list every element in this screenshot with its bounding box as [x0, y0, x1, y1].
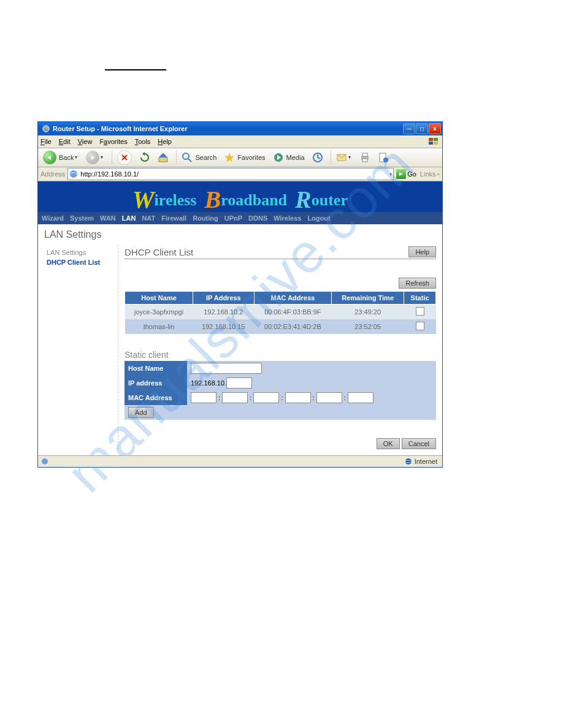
ok-button[interactable]: OK [377, 438, 400, 449]
mail-button[interactable]: ▾ [334, 151, 354, 164]
menu-view[interactable]: View [78, 138, 93, 145]
separator [176, 151, 177, 164]
chevron-down-icon[interactable]: ▾ [389, 172, 392, 177]
help-button[interactable]: Help [408, 246, 436, 257]
svg-rect-11 [362, 153, 367, 156]
go-button[interactable]: Go [396, 169, 416, 179]
history-icon [312, 152, 323, 163]
home-button[interactable] [155, 151, 171, 164]
forward-button[interactable]: ▾ [83, 150, 107, 165]
svg-rect-3 [429, 142, 433, 145]
svg-rect-1 [429, 138, 433, 141]
links-button[interactable]: Links» [420, 170, 440, 178]
nav-logout[interactable]: Logout [307, 214, 330, 222]
print-icon [359, 152, 370, 163]
svg-rect-12 [362, 159, 367, 162]
col-ip: IP Address [193, 292, 254, 305]
chevron-down-icon: ▾ [348, 154, 352, 161]
stop-button[interactable] [115, 149, 134, 166]
search-button[interactable]: Search [179, 151, 219, 164]
nav-firewall[interactable]: Firewall [161, 214, 186, 222]
separator [331, 151, 331, 164]
search-icon [182, 152, 193, 163]
svg-rect-4 [434, 142, 438, 145]
stop-icon [121, 154, 128, 161]
hostname-label: Host Name [124, 361, 187, 376]
menubar: File Edit View Favorites Tools Help [38, 135, 442, 148]
hostname-input[interactable] [191, 363, 262, 374]
section-title: DHCP Client List [124, 247, 193, 257]
cell-time: 23:49:20 [332, 305, 404, 320]
nav-wireless[interactable]: Wireless [274, 214, 301, 222]
back-icon [47, 154, 53, 161]
statusbar: Internet [38, 455, 442, 467]
static-client-title: Static client [124, 350, 436, 360]
nav-ddns[interactable]: DDNS [248, 214, 267, 222]
svg-point-16 [42, 458, 48, 464]
close-button[interactable]: × [429, 123, 441, 134]
cell-mac: 00:06:4F:03:BB:9F [254, 305, 332, 320]
nav-wan[interactable]: WAN [100, 214, 116, 222]
static-checkbox[interactable] [416, 322, 424, 330]
menu-tools[interactable]: Tools [135, 138, 151, 145]
mac-input-6[interactable] [348, 392, 373, 403]
maximize-button[interactable]: □ [416, 123, 428, 134]
refresh-button-panel[interactable]: Refresh [399, 278, 436, 289]
minimize-button[interactable]: ─ [403, 123, 415, 134]
ip-prefix: 192.168.10. [191, 379, 226, 387]
back-button[interactable]: Back ▾ [40, 150, 81, 165]
col-static: Static [404, 292, 436, 305]
header-underline [105, 69, 166, 70]
sidebar-lan-settings[interactable]: LAN Settings [44, 248, 118, 257]
static-checkbox[interactable] [416, 307, 424, 316]
refresh-button[interactable] [137, 151, 153, 164]
svg-point-14 [383, 157, 388, 162]
nav-lan[interactable]: LAN [122, 214, 136, 222]
home-icon [158, 152, 169, 163]
history-button[interactable] [310, 151, 326, 164]
menu-edit[interactable]: Edit [59, 138, 71, 145]
mac-input-2[interactable] [222, 392, 248, 403]
addressbar: Address http://192.168.10.1/ ▾ Go Links» [38, 167, 442, 181]
svg-point-17 [405, 458, 412, 464]
col-hostname: Host Name [125, 292, 193, 305]
svg-point-5 [183, 153, 189, 159]
mail-icon [336, 152, 347, 163]
cell-mac: 00:02:E3:41:4D:2B [254, 319, 332, 334]
mac-input-5[interactable] [316, 392, 342, 403]
menu-help[interactable]: Help [158, 138, 172, 145]
nav-upnp[interactable]: UPnP [224, 214, 242, 222]
mac-input-3[interactable] [253, 392, 279, 403]
svg-line-6 [188, 159, 191, 162]
ip-suffix-input[interactable] [226, 377, 252, 389]
dhcp-client-table: Host Name IP Address MAC Address Remaini… [124, 291, 436, 334]
main-nav: Wizard System WAN LAN NAT Firewall Routi… [38, 212, 442, 224]
url-text: http://192.168.10.1/ [80, 170, 139, 178]
menu-file[interactable]: File [40, 138, 52, 145]
edit-button[interactable] [375, 151, 391, 164]
col-mac: MAC Address [254, 292, 332, 305]
add-button[interactable]: Add [128, 407, 154, 418]
favorites-button[interactable]: Favorites [221, 151, 267, 164]
col-remaining: Remaining Time [332, 292, 404, 305]
nav-routing[interactable]: Routing [193, 214, 218, 222]
nav-wizard[interactable]: Wizard [42, 214, 64, 222]
mac-input-1[interactable] [191, 392, 216, 403]
mac-input-4[interactable] [285, 392, 311, 403]
forward-icon [90, 154, 96, 161]
svg-rect-2 [434, 138, 438, 141]
action-row: OK Cancel [124, 438, 436, 449]
menu-favorites[interactable]: Favorites [99, 138, 127, 145]
print-button[interactable] [357, 151, 373, 164]
url-input[interactable]: http://192.168.10.1/ ▾ [67, 168, 394, 180]
banner-text: Wireless Broadband Router [132, 183, 348, 211]
cell-time: 23:52:05 [332, 319, 404, 334]
media-button[interactable]: Media [270, 151, 307, 164]
cancel-button[interactable]: Cancel [402, 438, 436, 449]
nav-system[interactable]: System [70, 214, 94, 222]
cell-ip: 192.168.10.2 [193, 305, 254, 320]
edit-icon [378, 152, 389, 163]
main-panel: DHCP Client List Help Refresh Host Name … [118, 245, 436, 449]
sidebar-dhcp-client-list[interactable]: DHCP Client List [44, 257, 118, 267]
nav-nat[interactable]: NAT [142, 214, 155, 222]
